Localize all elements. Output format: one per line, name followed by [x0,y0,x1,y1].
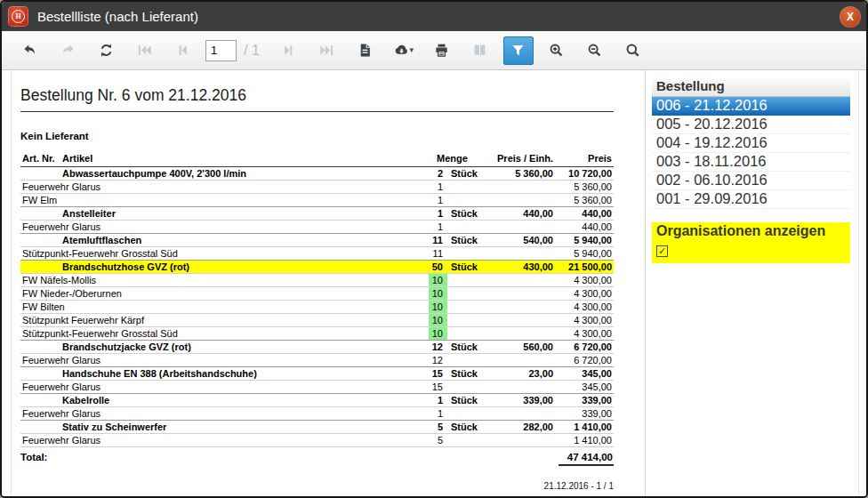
report-book-button [465,36,495,65]
redo-button [52,36,83,65]
zoom-out-icon [587,43,602,58]
redo-icon [60,43,76,58]
export-document-icon [358,43,373,58]
undo-button[interactable] [14,36,44,65]
total-label: Total: [20,452,47,466]
report-title: Bestellung Nr. 6 vom 21.12.2016 [20,86,614,112]
total-row: Total: 47 414,00 [20,452,614,466]
organization-row: FW Näfels-Mollis104 300,00 [20,273,614,286]
organization-row: Feuerwehr Glarus1339,00 [20,406,614,420]
print-icon [434,43,449,58]
filter-icon [510,43,526,58]
last-page-button [312,36,342,65]
article-group-row: Atemluftflaschen11Stück540,005 940,00 [20,233,614,246]
article-group-row: Brandschutzhose GVZ (rot)50Stück430,0021… [20,260,614,273]
organization-row: FW Nieder-/Oberurnen104 300,00 [20,286,614,300]
app-logo-icon: H [8,6,28,27]
page-total-label: / 1 [244,43,260,59]
window-title: Bestellliste (nach Lieferant) [37,9,198,24]
order-list-item[interactable]: 005 - 20.12.2016 [652,116,850,134]
col-header-artikel: Artikel [60,153,407,166]
next-page-button [274,36,304,65]
zoom-out-button[interactable] [580,36,610,65]
article-group-row: Anstelleiter1Stück440,00440,00 [20,206,614,220]
report-page: Bestellung Nr. 6 vom 21.12.2016 Kein Lie… [11,70,646,496]
sidebar: Bestellung 006 - 21.12.2016005 - 20.12.2… [646,70,859,496]
zoom-in-icon [549,43,564,58]
article-group-row: Kabelrolle1Stück339,00339,00 [20,393,614,406]
organizations-toggle-label: Organisationen anzeigen [656,223,846,239]
organizations-checkbox[interactable]: ✓ [656,245,668,257]
cloud-download-button[interactable]: ▾ [389,36,419,65]
organization-row: Stützpunkt-Feuerwehr Grosstal Süd104 300… [20,326,614,340]
col-header-preis: Preis [555,153,614,166]
organizations-toggle-block: Organisationen anzeigen ✓ [652,222,850,263]
order-list-item[interactable]: 003 - 18.11.2016 [652,153,850,172]
total-value: 47 414,00 [559,452,614,466]
organization-row: Feuerwehr Glarus15 360,00 [20,180,614,193]
report-footer: 21.12.2016 - 1 / 1 [20,481,614,491]
table-header-row: Art. Nr. Artikel Menge Preis / Einh. Pre… [20,153,614,166]
organizations-check-row: ✓ [656,242,846,258]
app-window: H Bestellliste (nach Lieferant) X / 1▾ B… [0,0,868,498]
order-list-item[interactable]: 002 - 06.10.2016 [652,172,850,190]
organization-row: Stützpunkt-Feuerwehr Grosstal Süd115 940… [20,246,614,260]
first-page-button [129,36,159,65]
previous-page-icon [175,43,190,58]
order-list-item[interactable]: 004 - 19.12.2016 [652,134,850,153]
search-button[interactable] [618,36,648,65]
col-header-art-nr: Art. Nr. [20,153,60,166]
refresh-icon [99,43,114,58]
refresh-button[interactable] [91,36,121,65]
organization-row: Feuerwehr Glarus15345,00 [20,380,614,393]
organization-row: Feuerwehr Glarus126 720,00 [20,353,614,366]
report-book-icon [472,43,487,58]
organization-row: Feuerwehr Glarus1440,00 [20,220,614,233]
zoom-in-button[interactable] [542,36,572,65]
close-button[interactable]: X [840,6,861,28]
organization-row: Feuerwehr Glarus51 410,00 [20,433,614,446]
article-group-row: Handschuhe EN 388 (Arbeitshandschuhe)15S… [20,366,614,380]
supplier-group-label: Kein Lieferant [20,131,618,141]
organization-row: FW Elm15 360,00 [20,193,614,206]
organization-row: Stützpunkt Feuerwehr Kärpf104 300,00 [20,313,614,326]
order-list-item[interactable]: 001 - 29.09.2016 [652,190,850,209]
next-page-icon [281,43,296,58]
article-group-row: Stativ zu Scheinwerfer5Stück282,001 410,… [20,420,614,433]
first-page-icon [137,43,152,58]
search-icon [625,43,640,58]
print-button[interactable] [427,36,457,65]
undo-icon [22,43,37,58]
col-header-preis-einh: Preis / Einh. [486,153,555,166]
page-navigation-box: / 1 [205,40,263,61]
dropdown-caret-icon: ▾ [410,46,414,54]
export-document-button[interactable] [350,36,381,65]
page-number-input[interactable] [205,40,237,61]
order-list-item[interactable]: 006 - 21.12.2016 [652,97,850,116]
content-area: Bestellung Nr. 6 vom 21.12.2016 Kein Lie… [2,70,866,496]
titlebar: H Bestellliste (nach Lieferant) X [2,2,866,31]
last-page-icon [319,43,334,58]
cloud-download-icon [394,43,409,58]
col-header-menge: Menge [407,153,486,166]
filter-button[interactable] [503,36,534,65]
order-list: 006 - 21.12.2016005 - 20.12.2016004 - 19… [652,97,850,209]
organization-row: FW Bilten104 300,00 [20,300,614,313]
toolbar: / 1▾ [2,31,866,70]
order-table: Art. Nr. Artikel Menge Preis / Einh. Pre… [20,153,614,447]
article-group-row: Abwassertauchpumpe 400V, 2'300 l/min2Stü… [20,166,614,180]
article-group-row: Brandschutzjacke GVZ (rot)12Stück560,006… [20,340,614,353]
order-list-header: Bestellung [652,77,850,97]
previous-page-button [167,36,197,65]
